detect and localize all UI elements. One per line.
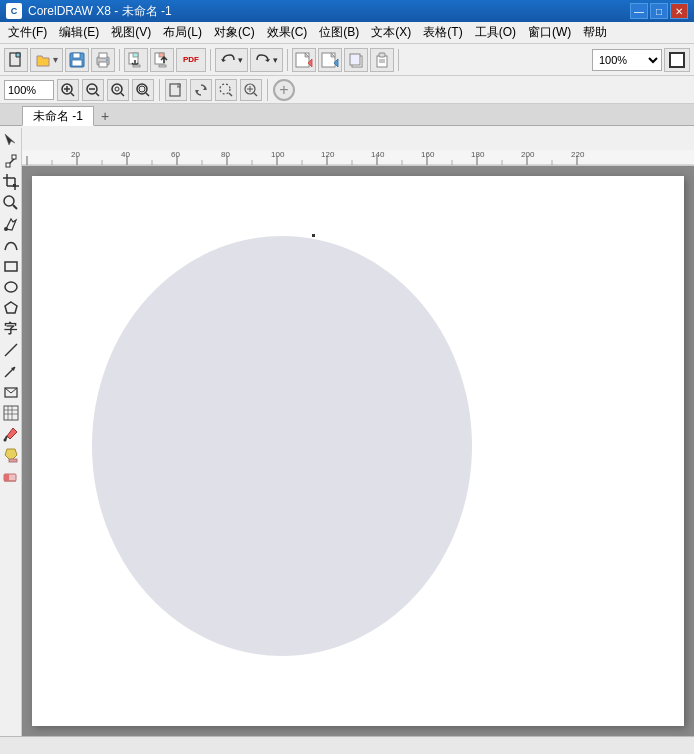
drawing-page <box>32 176 684 726</box>
text-tool[interactable]: 字 <box>1 319 21 339</box>
open-button[interactable]: ▾ <box>30 48 63 72</box>
svg-rect-19 <box>350 54 360 65</box>
tab-bar: 未命名 -1 + <box>0 104 694 126</box>
dropper-tool[interactable] <box>1 424 21 444</box>
svg-text:160: 160 <box>421 150 435 159</box>
svg-text:80: 80 <box>221 150 230 159</box>
svg-rect-179 <box>13 184 16 187</box>
menu-edit[interactable]: 编辑(E) <box>53 22 105 43</box>
zoom-area-button[interactable] <box>240 79 262 101</box>
sep1 <box>119 49 120 71</box>
svg-rect-21 <box>379 53 385 57</box>
redo-button[interactable]: ▾ <box>250 48 283 72</box>
menu-bar: 文件(F) 编辑(E) 视图(V) 布局(L) 对象(C) 效果(C) 位图(B… <box>0 22 694 44</box>
tab-unnamed[interactable]: 未命名 -1 <box>22 106 94 126</box>
minimize-button[interactable]: — <box>630 3 648 19</box>
svg-rect-13 <box>159 65 166 67</box>
svg-rect-25 <box>671 54 683 66</box>
menu-view[interactable]: 视图(V) <box>105 22 157 43</box>
menu-window[interactable]: 窗口(W) <box>522 22 577 43</box>
menu-object[interactable]: 对象(C) <box>208 22 261 43</box>
zoom-controls: 100% 50% 75% 150% 200% <box>592 48 690 72</box>
standard-toolbar: ▾ PDF ▾ ▾ 100% <box>0 44 694 76</box>
rect-tool[interactable] <box>1 256 21 276</box>
svg-rect-190 <box>4 406 18 420</box>
special-import-button[interactable] <box>292 48 316 72</box>
zoom-select[interactable]: 100% 50% 75% 150% 200% <box>592 49 662 71</box>
svg-point-184 <box>5 282 17 292</box>
export-special-button[interactable] <box>318 48 342 72</box>
pdf-button[interactable]: PDF <box>176 48 206 72</box>
svg-marker-185 <box>5 302 17 313</box>
svg-text:60: 60 <box>171 150 180 159</box>
menu-help[interactable]: 帮助 <box>577 22 613 43</box>
rotate-button[interactable] <box>190 79 212 101</box>
zoom-toolbar: + <box>0 76 694 104</box>
tools-panel: 字 <box>0 128 22 754</box>
print-button[interactable] <box>91 48 115 72</box>
svg-rect-5 <box>99 53 107 58</box>
polygon-tool[interactable] <box>1 298 21 318</box>
svg-point-182 <box>4 227 8 231</box>
tab-add-button[interactable]: + <box>96 107 114 125</box>
svg-line-29 <box>71 93 74 96</box>
zoom-out-button[interactable] <box>82 79 104 101</box>
zoom-in-button[interactable] <box>57 79 79 101</box>
svg-text:180: 180 <box>471 150 485 159</box>
paste-button[interactable] <box>370 48 394 72</box>
svg-point-7 <box>106 59 108 61</box>
svg-line-43 <box>254 93 257 96</box>
svg-rect-2 <box>73 53 80 58</box>
ruler-h-svg: 20406080100120140160180200220 <box>22 150 694 166</box>
undo-button[interactable]: ▾ <box>215 48 248 72</box>
svg-rect-174 <box>12 155 16 159</box>
svg-point-38 <box>139 86 145 92</box>
zoom-tool[interactable] <box>1 193 21 213</box>
crop-tool[interactable] <box>1 172 21 192</box>
line-tool[interactable] <box>1 340 21 360</box>
menu-text[interactable]: 文本(X) <box>365 22 417 43</box>
plus-view-button[interactable]: + <box>273 79 295 101</box>
eraser-tool[interactable] <box>1 466 21 486</box>
canvas-area[interactable] <box>22 166 694 736</box>
menu-layout[interactable]: 布局(L) <box>157 22 208 43</box>
export-button[interactable] <box>150 48 174 72</box>
zoom-100-button[interactable] <box>107 79 129 101</box>
zoom-fit-button[interactable] <box>132 79 154 101</box>
sep4 <box>398 49 399 71</box>
zoom-select-button[interactable] <box>215 79 237 101</box>
bezier-tool[interactable] <box>1 235 21 255</box>
svg-point-40 <box>220 84 230 94</box>
svg-text:120: 120 <box>321 150 335 159</box>
envelope-tool[interactable] <box>1 382 21 402</box>
page-size-button[interactable] <box>165 79 187 101</box>
copy-page-button[interactable] <box>344 48 368 72</box>
select-tool[interactable] <box>1 130 21 150</box>
cursor-dot <box>312 234 315 237</box>
texture-tool[interactable] <box>1 403 21 423</box>
app-title: CorelDRAW X8 - 未命名 -1 <box>28 3 624 20</box>
import-button[interactable] <box>124 48 148 72</box>
svg-text:200: 200 <box>521 150 535 159</box>
save-button[interactable] <box>65 48 89 72</box>
node-tool[interactable] <box>1 151 21 171</box>
svg-rect-9 <box>133 53 138 57</box>
maximize-button[interactable]: □ <box>650 3 668 19</box>
svg-line-41 <box>229 93 232 96</box>
circle-shape[interactable] <box>92 236 472 656</box>
zoom-input[interactable] <box>4 80 54 100</box>
fill-tool[interactable] <box>1 445 21 465</box>
pen-tool[interactable] <box>1 214 21 234</box>
svg-rect-199 <box>4 474 9 481</box>
view-mode-button[interactable] <box>664 48 690 72</box>
connector-tool[interactable] <box>1 361 21 381</box>
menu-table[interactable]: 表格(T) <box>417 22 468 43</box>
menu-tools[interactable]: 工具(O) <box>469 22 522 43</box>
menu-bitmap[interactable]: 位图(B) <box>313 22 365 43</box>
menu-effect[interactable]: 效果(C) <box>261 22 314 43</box>
sep3 <box>287 49 288 71</box>
close-button[interactable]: ✕ <box>670 3 688 19</box>
ellipse-tool[interactable] <box>1 277 21 297</box>
new-button[interactable] <box>4 48 28 72</box>
menu-file[interactable]: 文件(F) <box>2 22 53 43</box>
